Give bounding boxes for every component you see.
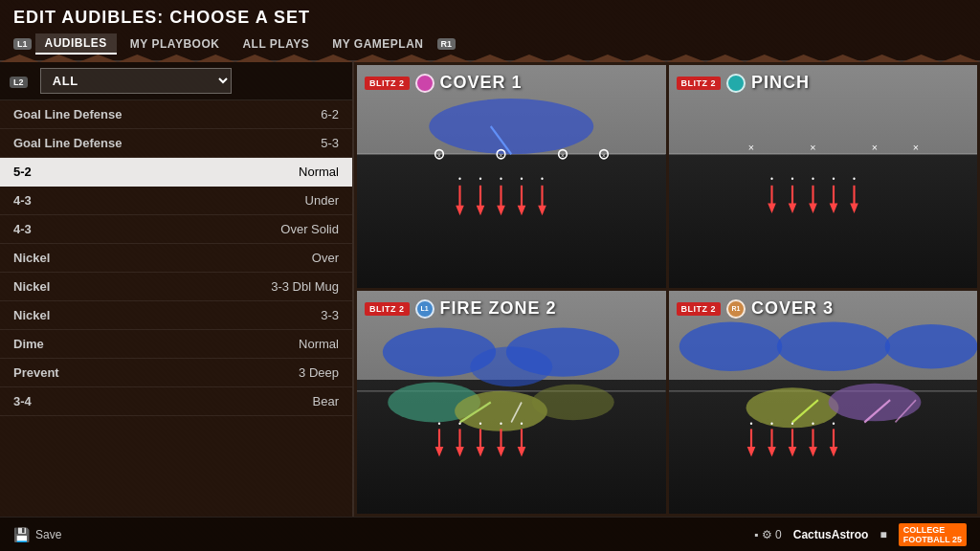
svg-text:×: × — [871, 141, 877, 152]
play-card-firezone2[interactable]: • • • • • — [357, 291, 666, 514]
svg-point-49 — [470, 346, 552, 386]
save-icon: 💾 — [13, 527, 30, 542]
play-name: Bear — [313, 394, 339, 408]
svg-text:•: • — [541, 174, 544, 184]
bottom-bar: 💾 Save ▪ ⚙ 0 CactusAstroo ■ COLLEGEFOOTB… — [0, 517, 980, 551]
play-item[interactable]: 4-3 Over Solid — [0, 215, 352, 244]
svg-marker-65 — [477, 447, 485, 456]
play-name: 3 Deep — [299, 365, 339, 380]
svg-text:•: • — [458, 419, 461, 429]
svg-marker-33 — [768, 203, 776, 212]
play-formation: Prevent — [13, 365, 90, 380]
svg-text:•: • — [852, 174, 855, 184]
play-formation: Nickel — [13, 308, 90, 322]
play-formation: 3-4 — [13, 394, 90, 408]
l2-badge: L2 — [10, 77, 28, 88]
svg-point-75 — [828, 384, 921, 422]
svg-marker-63 — [456, 447, 464, 456]
svg-text:•: • — [479, 174, 481, 184]
svg-point-73 — [884, 324, 977, 369]
page-title: EDIT AUDIBLES: CHOOSE A SET — [13, 8, 967, 28]
svg-text:×: × — [602, 151, 606, 158]
svg-text:•: • — [791, 419, 793, 429]
bottom-icons: ▪ ⚙ 0 — [754, 528, 782, 541]
svg-text:•: • — [832, 174, 835, 184]
svg-marker-93 — [829, 447, 837, 456]
play-icon-pinch — [726, 74, 746, 93]
svg-marker-15 — [518, 206, 526, 215]
svg-text:•: • — [811, 174, 813, 184]
user-badge: ■ — [880, 528, 886, 541]
play-card-cover1[interactable]: • • • • • — [357, 65, 666, 288]
play-name: Under — [305, 193, 339, 208]
blitz-badge-firezone2: BLITZ 2 — [365, 302, 410, 316]
filter-row: L2 ALL — [0, 62, 352, 100]
card-title-pinch: PINCH — [751, 73, 810, 93]
svg-text:•: • — [791, 174, 793, 184]
play-card-pinch[interactable]: • • • • • — [669, 65, 978, 288]
card-title-cover3: COVER 3 — [751, 298, 834, 319]
tabs-row: L1 Audibles My Playbook All Plays My Gam… — [13, 33, 967, 55]
tab-all-plays[interactable]: All Plays — [233, 34, 319, 54]
header: EDIT AUDIBLES: CHOOSE A SET L1 Audibles … — [0, 0, 980, 62]
svg-marker-91 — [809, 447, 817, 456]
blitz-badge-cover3: BLITZ 2 — [677, 302, 722, 316]
play-item[interactable]: Goal Line Defense 5-3 — [0, 129, 352, 158]
tab-audibles[interactable]: Audibles — [35, 33, 117, 55]
logo-box: COLLEGEFOOTBALL 25 — [899, 523, 967, 546]
svg-text:•: • — [811, 419, 813, 429]
svg-marker-9 — [456, 206, 464, 215]
filter-dropdown[interactable]: ALL — [40, 68, 232, 94]
play-item[interactable]: Nickel 3-3 — [0, 301, 352, 330]
play-formation: Nickel — [13, 251, 90, 265]
play-item[interactable]: 5-2 Normal — [0, 158, 352, 187]
play-name: 3-3 Dbl Mug — [271, 279, 339, 294]
main-content: L2 ALL Goal Line Defense 6-2 Goal Line D… — [0, 62, 980, 517]
tab-my-gameplan[interactable]: My Gameplan — [323, 34, 433, 54]
bottom-left: 💾 Save — [13, 527, 61, 542]
play-item[interactable]: 4-3 Under — [0, 187, 352, 215]
play-item[interactable]: Nickel 3-3 Dbl Mug — [0, 273, 352, 301]
svg-text:•: • — [769, 419, 772, 429]
svg-point-52 — [532, 385, 614, 420]
left-panel: L2 ALL Goal Line Defense 6-2 Goal Line D… — [0, 62, 354, 517]
svg-text:×: × — [912, 141, 918, 152]
play-formation: Dime — [13, 337, 90, 351]
play-name: Over — [312, 251, 339, 265]
play-item[interactable]: Dime Normal — [0, 330, 352, 359]
svg-marker-87 — [768, 447, 776, 456]
play-formation: Nickel — [13, 279, 90, 294]
svg-marker-85 — [746, 447, 755, 456]
play-name: 5-3 — [321, 136, 339, 150]
r1-badge: R1 — [437, 38, 457, 50]
svg-marker-67 — [497, 447, 505, 456]
play-icon-cover3: R1 — [726, 299, 746, 319]
play-formation: Goal Line Defense — [13, 136, 122, 150]
play-formation: 4-3 — [13, 222, 90, 236]
play-icon-firezone2: L1 — [415, 299, 434, 319]
play-formation: Goal Line Defense — [13, 107, 122, 121]
play-card-cover3[interactable]: • • • • • — [669, 291, 978, 514]
play-item[interactable]: Goal Line Defense 6-2 — [0, 100, 352, 129]
l1-badge: L1 — [13, 38, 32, 50]
svg-marker-11 — [477, 206, 485, 215]
play-name: Normal — [299, 337, 339, 351]
svg-text:•: • — [479, 419, 481, 429]
play-item[interactable]: Nickel Over — [0, 244, 352, 273]
svg-point-71 — [679, 322, 782, 371]
svg-text:•: • — [749, 419, 752, 429]
svg-text:•: • — [500, 174, 502, 184]
svg-text:×: × — [437, 151, 441, 158]
svg-text:•: • — [520, 174, 523, 184]
tab-my-playbook[interactable]: My Playbook — [121, 34, 230, 54]
play-list: Goal Line Defense 6-2 Goal Line Defense … — [0, 100, 352, 517]
bottom-right: ▪ ⚙ 0 CactusAstroo ■ COLLEGEFOOTBALL 25 — [754, 523, 967, 546]
svg-text:•: • — [832, 419, 835, 429]
svg-marker-17 — [538, 206, 546, 215]
play-formation: 4-3 — [13, 193, 90, 208]
play-name: 3-3 — [321, 308, 339, 322]
svg-marker-37 — [809, 203, 817, 212]
play-item[interactable]: Prevent 3 Deep — [0, 359, 352, 387]
play-item[interactable]: 3-4 Bear — [0, 387, 352, 416]
svg-marker-35 — [788, 203, 796, 212]
